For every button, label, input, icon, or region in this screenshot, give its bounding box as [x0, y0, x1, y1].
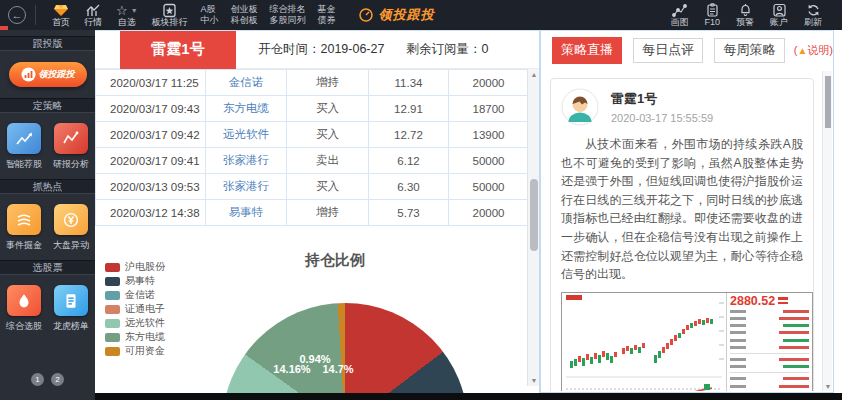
- sidebar-section-hotspot: 抓热点: [0, 179, 95, 194]
- trade-history-table: 2020/03/17 11:25 金信诺 增持 11.34 20000 2020…: [95, 69, 529, 226]
- pie-label: 14.16%: [273, 363, 310, 375]
- sidebar-section-stockpick: 选股票: [0, 260, 95, 275]
- scroll-down-icon[interactable]: ▼: [823, 383, 833, 390]
- layers-icon: [14, 211, 34, 229]
- remaining-subs-label: 剩余订阅量：0: [406, 41, 488, 58]
- chart-icon: [86, 3, 101, 17]
- bell-icon: [738, 3, 753, 17]
- market-group-c: 综合排名 多股同列: [270, 4, 306, 26]
- post-chart-image[interactable]: 2880.52: [561, 292, 813, 391]
- refresh-button[interactable]: 刷新: [804, 3, 822, 27]
- tab-strategy-live[interactable]: 策略直播: [552, 37, 622, 64]
- zigzag-chart-icon: [61, 130, 81, 148]
- sidebar-brand-button[interactable]: 领投跟投: [9, 62, 87, 87]
- f10-button[interactable]: F10: [704, 3, 720, 27]
- open-time-label: 开仓时间：2019-06-27: [258, 41, 384, 58]
- sidebar-item-composite-picker[interactable]: 综合选股: [5, 285, 43, 333]
- chart-circle-icon: [21, 67, 36, 82]
- sidebar: 跟投版 领投跟投 定策略 智能荐股 研报分析 抓热点 事件掘金 大盘异动: [0, 30, 95, 400]
- bookmark-star-icon: [162, 3, 177, 17]
- sidebar-item-dragon-tiger[interactable]: 龙虎榜单: [52, 285, 90, 333]
- sidebar-item-smart-picks[interactable]: 智能荐股: [5, 123, 43, 171]
- tab-weekly-strategy[interactable]: 每周策略: [714, 38, 784, 63]
- chart-legend: 沪电股份 易事特 金信诺 证通电子 远光软件 东方电缆 可用资金: [105, 261, 165, 359]
- stock-link[interactable]: 东方电缆: [206, 96, 287, 122]
- bottom-edge: [95, 393, 842, 400]
- nav-sector-rank[interactable]: 板块排行: [152, 0, 188, 30]
- menu-item[interactable]: 债券: [318, 15, 336, 26]
- nav-watchlist[interactable]: ☆▼ 自选: [116, 0, 138, 30]
- stock-link[interactable]: 易事特: [206, 200, 287, 226]
- strategy-panel: 策略直播 每日点评 每周策略 (▲说明) 雷霆1号 2020-03-17 15:…: [540, 30, 834, 393]
- table-row[interactable]: 2020/03/17 11:25 金信诺 增持 11.34 20000: [96, 70, 529, 96]
- pager-dot-1[interactable]: 1: [31, 373, 44, 386]
- candlestick-chart: [562, 293, 726, 391]
- toolbar-right: 画图 F10 预警 账户 刷新: [662, 3, 830, 27]
- stock-link[interactable]: 张家港行: [206, 174, 287, 200]
- menu-item[interactable]: 中小: [201, 15, 219, 26]
- table-row[interactable]: 2020/03/17 09:41 张家港行 卖出 6.12 50000: [96, 148, 529, 174]
- sidebar-pager: 1 2: [31, 373, 64, 386]
- pie-chart[interactable]: [222, 303, 468, 394]
- sidebar-item-report-analysis[interactable]: 研报分析: [52, 123, 90, 171]
- table-row[interactable]: 2020/03/12 14:38 易事特 增持 5.73 20000: [96, 200, 529, 226]
- legend-item[interactable]: 可用资金: [105, 345, 165, 358]
- feed-scroll-area: 雷霆1号 2020-03-17 15:55:59 从技术面来看，外围市场的持续杀…: [542, 71, 822, 391]
- back-button[interactable]: ←: [8, 6, 26, 24]
- refresh-icon: [806, 3, 821, 17]
- menu-item[interactable]: A股: [201, 4, 219, 15]
- app-logo: 领投跟投: [358, 6, 435, 24]
- scroll-up-icon[interactable]: ▲: [528, 71, 540, 78]
- account-button[interactable]: 账户: [770, 3, 788, 27]
- nav-quotes[interactable]: 行情: [84, 0, 102, 30]
- sidebar-item-event-gold[interactable]: 事件掘金: [5, 204, 43, 252]
- draw-icon: [672, 3, 687, 17]
- sidebar-item-market-moves[interactable]: 大盘异动: [52, 204, 90, 252]
- stock-link[interactable]: 金信诺: [206, 70, 287, 96]
- warning-icon: ▲: [797, 45, 807, 56]
- portfolio-tab[interactable]: 雷霆1号: [120, 31, 236, 69]
- logo-text: 领投跟投: [379, 6, 435, 24]
- scrollbar-thumb[interactable]: [825, 76, 831, 128]
- table-row[interactable]: 2020/03/13 09:53 张家港行 买入 6.30 50000: [96, 174, 529, 200]
- legend-item[interactable]: 证通电子: [105, 303, 165, 316]
- menu-item[interactable]: 基金: [318, 4, 336, 15]
- chevron-down-icon[interactable]: ▼: [131, 7, 138, 14]
- pager-dot-2[interactable]: 2: [51, 373, 64, 386]
- divider: [35, 5, 36, 25]
- clipboard-icon: [705, 3, 720, 17]
- scroll-down-icon[interactable]: ▼: [528, 377, 540, 384]
- feed-scrollbar[interactable]: ▼: [822, 71, 832, 391]
- help-link[interactable]: (▲说明): [794, 43, 833, 58]
- nav-home[interactable]: 首页: [52, 0, 70, 30]
- app-window: ← 首页 行情 ☆▼ 自选 板块排行 A股 中小: [0, 0, 842, 400]
- scrollbar-thumb[interactable]: [530, 179, 538, 251]
- table-row[interactable]: 2020/03/17 09:43 东方电缆 买入 12.91 18700: [96, 96, 529, 122]
- gem-icon: [53, 3, 69, 17]
- table-row[interactable]: 2020/03/17 09:42 远光软件 买入 12.72 13900: [96, 122, 529, 148]
- user-icon: [772, 3, 787, 17]
- portfolio-header: 雷霆1号 开仓时间：2019-06-27 剩余订阅量：0: [95, 31, 539, 69]
- avatar: [561, 88, 599, 126]
- tab-daily-comment[interactable]: 每日点评: [633, 38, 703, 63]
- main-scrollbar[interactable]: ▲ ▼: [527, 69, 539, 386]
- legend-item[interactable]: 金信诺: [105, 289, 165, 302]
- menu-item[interactable]: 科创板: [231, 15, 258, 26]
- sidebar-section-gentou: 跟投版: [0, 36, 95, 51]
- top-toolbar: ← 首页 行情 ☆▼ 自选 板块排行 A股 中小: [0, 0, 842, 30]
- legend-item[interactable]: 易事特: [105, 275, 165, 288]
- menu-item[interactable]: 多股同列: [270, 15, 306, 26]
- trend-line-icon: [14, 130, 34, 148]
- legend-item[interactable]: 远光软件: [105, 317, 165, 330]
- legend-item[interactable]: 东方电缆: [105, 331, 165, 344]
- stock-link[interactable]: 张家港行: [206, 148, 287, 174]
- stock-link[interactable]: 远光软件: [206, 122, 287, 148]
- main-panel: 雷霆1号 开仓时间：2019-06-27 剩余订阅量：0 2020/03/17 …: [95, 30, 540, 393]
- alert-button[interactable]: 预警: [736, 3, 754, 27]
- draw-tool-button[interactable]: 画图: [670, 3, 688, 27]
- menu-item[interactable]: 创业板: [231, 4, 258, 15]
- price-change: [778, 297, 788, 304]
- post-card: 雷霆1号 2020-03-17 15:55:59 从技术面来看，外围市场的持续杀…: [550, 78, 814, 391]
- menu-item[interactable]: 综合排名: [270, 4, 306, 15]
- legend-item[interactable]: 沪电股份: [105, 261, 165, 274]
